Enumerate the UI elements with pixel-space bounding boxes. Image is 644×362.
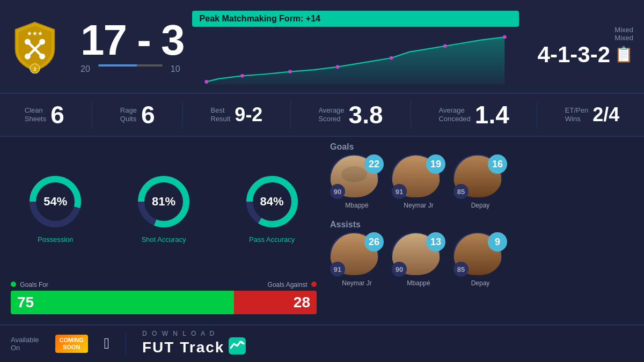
goals-bar-for: 75 [11, 291, 234, 314]
stat-avg-scored: AverageScored 3.8 [318, 102, 383, 127]
stat-divider-2 [182, 101, 183, 128]
club-badge: ★★★ 2 [8, 20, 62, 73]
stat-avg-scored-label: AverageScored [318, 106, 344, 123]
available-label: AvailableOn [11, 336, 39, 352]
score-display: 17 - 3 [80, 19, 184, 62]
depay-goals-value: 16 [488, 154, 507, 174]
fut-track-icon [229, 337, 246, 358]
depay-assists-avatar-container: 85 9 [453, 232, 507, 278]
neymar-assists-rating: 91 [330, 262, 345, 277]
clipboard-icon[interactable]: 📋 [614, 46, 633, 63]
player-depay-assists: 85 9 Depay [453, 232, 507, 287]
goals-against-dot [311, 282, 317, 287]
score-area: 17 - 3 20 10 [80, 0, 184, 93]
score-wins: 17 [80, 16, 126, 64]
stat-clean-sheets: CleanSheets 6 [25, 102, 64, 127]
stat-avg-conceded-value: 1.4 [475, 102, 509, 127]
player-mbappe-goals: 90 22 Mbappé [330, 154, 384, 209]
svg-text:★★★: ★★★ [27, 30, 43, 36]
goals-section: Goals 90 22 Mbappé [327, 142, 639, 212]
score-sub: 20 10 [80, 64, 184, 74]
shot-accuracy-stat: 81% Shot Accuracy [134, 172, 193, 243]
performance-chart [192, 31, 519, 85]
depay-avatar-container: 85 16 [453, 154, 507, 200]
score-played-2: 10 [171, 64, 180, 74]
formation-value: 4-1-3-2 📋 [538, 42, 633, 68]
top-section: ★★★ 2 17 - 3 20 10 [0, 0, 644, 94]
assists-section-title: Assists [327, 220, 639, 230]
svg-point-15 [503, 35, 507, 39]
svg-point-9 [204, 80, 208, 84]
fut-track-area: D O W N L O A D FUT Track [142, 330, 246, 358]
fut-track-title: FUT Track [142, 339, 224, 356]
stat-avg-conceded: AverageConceded 1.4 [439, 102, 509, 127]
coming-soon-badge: COMING SOON [55, 335, 88, 353]
shot-accuracy-label: Shot Accuracy [141, 235, 186, 243]
main-content: 54% Possession 81% Shot Accuracy [0, 137, 644, 324]
stat-et-pen-wins-label: ET/PenWins [565, 106, 588, 123]
stat-et-pen-wins: ET/PenWins 2/4 [565, 105, 619, 124]
svg-text:2: 2 [33, 66, 36, 71]
score-dash: - [137, 16, 161, 64]
shot-accuracy-value: 81% [152, 195, 175, 209]
score-losses: 3 [161, 16, 184, 64]
pass-accuracy-label: Pass Accuracy [249, 235, 295, 243]
formation-label-2: Mixed [614, 34, 633, 42]
neymar-goals-value: 19 [426, 154, 445, 174]
stat-divider-3 [290, 101, 291, 128]
player-depay-goals: 85 16 Depay [453, 154, 507, 209]
score-played-1: 20 [80, 64, 90, 74]
coming-soon-line2: SOON [63, 344, 80, 350]
goals-against-label: Goals Against [268, 281, 317, 289]
stats-row: CleanSheets 6 RageQuits 6 BestResult 9-2… [0, 94, 644, 137]
right-panel: Goals 90 22 Mbappé [327, 142, 639, 319]
depay-name: Depay [471, 202, 490, 209]
mbappe-assists-value: 13 [426, 232, 445, 252]
possession-value: 54% [43, 195, 67, 209]
stat-best-result: BestResult 9-2 [211, 105, 263, 124]
depay-assists-name: Depay [471, 279, 490, 287]
svg-point-11 [288, 70, 292, 73]
chart-area: Peak Matchmaking Form: +14 [184, 0, 527, 93]
player-neymar-assists: 91 26 Neymar Jr [330, 232, 384, 287]
goals-section-title: Goals [327, 142, 639, 152]
stat-divider-1 [92, 101, 92, 128]
stat-avg-conceded-label: AverageConceded [439, 106, 471, 123]
neymar-avatar-container: 91 19 [392, 154, 445, 200]
stat-rage-quits-label: RageQuits [120, 106, 137, 123]
goals-against-value: 28 [294, 294, 310, 311]
circles-row: 54% Possession 81% Shot Accuracy [5, 142, 322, 273]
possession-label: Possession [38, 235, 73, 243]
goals-for-dot [11, 282, 16, 287]
svg-point-10 [240, 74, 244, 78]
goals-bar: 75 28 [11, 291, 317, 314]
peak-form-badge: Peak Matchmaking Form: +14 [192, 11, 519, 27]
goals-for-label: Goals For [11, 281, 48, 289]
mbappe-assists-avatar-container: 90 13 [392, 232, 445, 278]
mbappe-assists-name: Mbappé [407, 279, 430, 287]
footer-divider [126, 333, 126, 354]
player-neymar-goals: 91 19 Neymar Jr [392, 154, 445, 209]
apple-icon[interactable]:  [104, 335, 109, 352]
possession-donut: 54% [26, 172, 85, 231]
depay-rating: 85 [453, 184, 469, 199]
neymar-assists-avatar-container: 91 26 [330, 232, 384, 278]
shot-accuracy-donut: 81% [134, 172, 193, 231]
stat-best-result-value: 9-2 [235, 105, 262, 124]
neymar-assists-value: 26 [364, 232, 384, 252]
pass-accuracy-stat: 84% Pass Accuracy [243, 172, 302, 243]
svg-point-5 [25, 39, 31, 45]
assists-section: Assists 91 26 Neymar Jr [327, 220, 639, 290]
mbappe-avatar-container: 90 22 [330, 154, 384, 200]
coming-soon-line1: COMING [60, 337, 84, 343]
stat-divider-5 [537, 101, 537, 128]
svg-point-3 [25, 53, 31, 59]
formation-area: Mixed Mixed 4-1-3-2 📋 [527, 0, 644, 93]
svg-point-6 [39, 39, 45, 45]
player-mbappe-assists: 90 13 Mbappé [392, 232, 445, 287]
stat-rage-quits-value: 6 [141, 102, 155, 127]
goals-bar-against: 28 [234, 291, 317, 314]
svg-point-12 [335, 65, 339, 69]
pass-accuracy-donut: 84% [243, 172, 302, 231]
formation-label-1: Mixed [614, 26, 633, 34]
